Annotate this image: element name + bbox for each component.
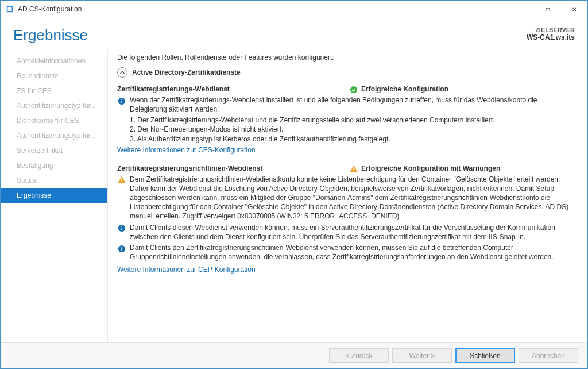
app-icon [5, 5, 14, 14]
sidebar-item-ca-for-ces[interactable]: ZS für CES [1, 83, 107, 98]
sidebar-item-role-services[interactable]: Rollendienste [1, 68, 107, 83]
window-title: AD CS-Konfiguration [18, 5, 82, 13]
cancel-button: Abbrechen [519, 348, 578, 363]
sidebar-item-status[interactable]: Status [1, 173, 107, 188]
cep-info-note-2: i Damit Clients den Zertifikatregistrier… [117, 243, 574, 262]
back-button: < Zurück [329, 348, 389, 363]
ces-condition-1: 1. Der Zertifikatregistrierungs-Webdiens… [130, 116, 574, 125]
window-controls: – □ ✕ [508, 1, 587, 18]
sidebar-item-service-account[interactable]: Dienstkonto für CES [1, 113, 107, 128]
target-server-name: WS-CA1.ws.its [527, 33, 575, 41]
sidebar-item-results[interactable]: Ergebnisse [1, 188, 107, 203]
titlebar: AD CS-Konfiguration – □ ✕ [1, 1, 587, 18]
svg-text:i: i [121, 225, 123, 232]
ces-section-header: Zertifikatregistrierungs-Webdienst Erfol… [117, 85, 574, 94]
wizard-window: AD CS-Konfiguration – □ ✕ Ergebnisse ZIE… [0, 0, 588, 369]
svg-rect-5 [353, 167, 354, 170]
cep-section-title: Zertifikatregistrierungsrichtlinien-Webd… [117, 164, 262, 172]
svg-point-2 [350, 86, 357, 93]
target-server-block: ZIELSERVER WS-CA1.ws.its [527, 26, 575, 41]
info-icon: i [117, 224, 126, 233]
content-scroll[interactable]: Die folgenden Rollen, Rollendienste oder… [117, 53, 576, 280]
header: Ergebnisse ZIELSERVER WS-CA1.ws.its [1, 18, 587, 49]
svg-text:i: i [121, 245, 123, 252]
ces-more-info-link[interactable]: Weitere Informationen zur CES-Konfigurat… [117, 146, 256, 154]
sidebar-item-server-cert[interactable]: Serverzertifikat [1, 143, 107, 158]
wizard-footer: < Zurück Weiter > Schließen Abbrechen [1, 342, 587, 368]
page-title: Ergebnisse [13, 26, 88, 44]
info-icon: i [117, 244, 126, 253]
svg-text:i: i [121, 98, 123, 104]
role-expander-label: Active Directory-Zertifikatdienste [132, 68, 241, 76]
ces-info-note: i Wenn der Zertifikatregistrierungs-Webd… [117, 95, 574, 114]
maximize-button[interactable]: □ [535, 1, 561, 18]
sidebar-item-credentials[interactable]: Anmeldeinformationen [1, 53, 107, 68]
close-button[interactable]: Schließen [455, 348, 515, 363]
cep-section-header: Zertifikatregistrierungsrichtlinien-Webd… [117, 164, 574, 173]
cep-warning-note: Dem Zertifikatregistrierungsrichtlinien-… [117, 175, 574, 221]
body: Anmeldeinformationen Rollendienste ZS fü… [1, 49, 587, 342]
warning-icon [117, 175, 126, 184]
close-window-button[interactable]: ✕ [561, 1, 587, 18]
cep-status-text: Erfolgreiche Konfiguration mit Warnungen [361, 164, 500, 172]
ces-section-title: Zertifikatregistrierungs-Webdienst [117, 85, 230, 93]
warning-icon [350, 164, 358, 173]
wizard-sidebar: Anmeldeinformationen Rollendienste ZS fü… [1, 49, 107, 342]
sidebar-item-confirmation[interactable]: Bestätigung [1, 158, 107, 173]
next-button: Weiter > [392, 348, 452, 363]
collapse-icon[interactable] [117, 67, 127, 78]
intro-text: Die folgenden Rollen, Rollendienste oder… [117, 53, 574, 62]
cep-warning-text: Dem Zertifikatregistrierungsrichtlinien-… [130, 175, 574, 221]
cep-more-info-link[interactable]: Weitere Informationen zur CEP-Konfigurat… [117, 266, 256, 274]
cep-info-note-1: i Damit Clients diesen Webdienst verwend… [117, 223, 574, 241]
ces-condition-3: 3. Als Authentifizierungstyp ist Kerbero… [130, 134, 574, 144]
ces-condition-2: 2. Der Nur-Erneuerungen-Modus ist nicht … [130, 125, 574, 134]
svg-rect-8 [121, 182, 122, 182]
minimize-button[interactable]: – [508, 1, 535, 18]
svg-rect-1 [8, 7, 12, 11]
role-expander-row: Active Directory-Zertifikatdienste [117, 67, 574, 80]
success-icon [350, 85, 358, 94]
svg-rect-6 [353, 170, 354, 171]
target-server-label: ZIELSERVER [527, 26, 575, 33]
ces-info-text: Wenn der Zertifikatregistrierungs-Webdie… [130, 95, 574, 114]
cep-info-text-1: Damit Clients diesen Webdienst verwenden… [130, 223, 574, 241]
ces-status-text: Erfolgreiche Konfiguration [361, 85, 448, 93]
info-icon: i [117, 96, 126, 105]
content-pane: Die folgenden Rollen, Rollendienste oder… [107, 49, 587, 342]
sidebar-item-auth-type-1[interactable]: Authentifizierungstyp für... [1, 98, 107, 113]
sidebar-item-auth-type-2[interactable]: Authentifizierungstyp für... [1, 128, 107, 143]
svg-rect-7 [121, 179, 122, 181]
cep-info-text-2: Damit Clients den Zertifikatregistrierun… [130, 243, 574, 262]
